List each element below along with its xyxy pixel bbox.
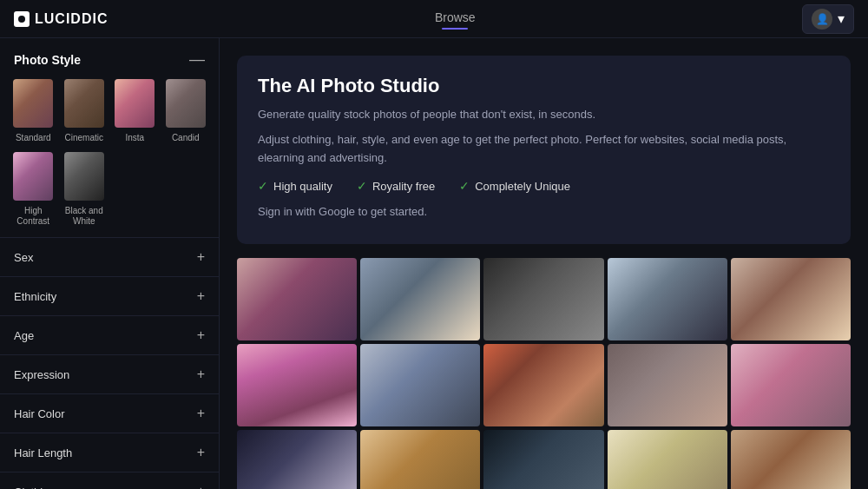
sidebar: Photo Style — Standard Cinematic <box>0 38 220 489</box>
style-item-cinematic[interactable]: Cinematic <box>62 77 108 143</box>
check-icon-3: ✓ <box>459 179 470 193</box>
expand-ethnicity-icon: + <box>197 288 205 304</box>
photo-styles-grid-row1: Standard Cinematic Insta Candid <box>0 77 219 150</box>
photo-cell-13 <box>483 430 603 489</box>
header: LUCIDDIC Browse 👤 ▾ <box>0 0 868 38</box>
expand-hair-color-icon: + <box>197 406 205 421</box>
style-item-high-contrast[interactable]: High Contrast <box>10 150 56 227</box>
info-card: The AI Photo Studio Generate quality sto… <box>237 56 851 244</box>
feature-label-3: Completely Unique <box>475 180 570 193</box>
signin-text: Sign in with Google to get started. <box>258 203 830 221</box>
chevron-down-icon: ▾ <box>838 10 845 27</box>
style-item-candid[interactable]: Candid <box>163 77 209 143</box>
style-item-standard[interactable]: Standard <box>10 77 56 143</box>
style-item-insta[interactable]: Insta <box>112 77 158 143</box>
main-content: The AI Photo Studio Generate quality sto… <box>220 38 868 489</box>
style-label-insta: Insta <box>125 133 144 143</box>
expand-expression-icon: + <box>197 367 205 382</box>
style-thumb-standard <box>11 77 55 129</box>
desc-1: Generate quality stock photos of people … <box>258 106 830 124</box>
style-thumb-candid <box>164 77 207 129</box>
photo-cell-14 <box>608 430 727 489</box>
photo-style-header: Photo Style — <box>0 38 219 77</box>
style-label-high-contrast: High Contrast <box>10 206 56 227</box>
logo-icon <box>14 11 30 27</box>
body: Photo Style — Standard Cinematic <box>0 38 868 489</box>
photo-cell-9 <box>608 344 727 426</box>
filter-sex-label: Sex <box>14 251 33 264</box>
feature-label-2: Royality free <box>372 180 435 193</box>
photo-cell-5 <box>731 258 851 340</box>
collapse-icon[interactable]: — <box>189 50 205 69</box>
expand-clothing-icon: + <box>197 484 205 489</box>
style-thumb-high-contrast <box>11 150 55 202</box>
filter-ethnicity-label: Ethnicity <box>14 290 56 303</box>
style-label-candid: Candid <box>172 133 200 143</box>
filter-age[interactable]: Age + <box>0 315 219 354</box>
expand-age-icon: + <box>197 327 205 343</box>
filter-sex[interactable]: Sex + <box>0 237 219 276</box>
photo-cell-6 <box>237 344 357 426</box>
logo: LUCIDDIC <box>14 11 108 27</box>
photo-styles-grid-row2: High Contrast Black and White <box>0 150 219 237</box>
photo-cell-7 <box>360 344 480 426</box>
photo-cell-8 <box>483 344 603 426</box>
features-list: ✓ High quality ✓ Royality free ✓ Complet… <box>258 179 830 193</box>
filter-hair-color[interactable]: Hair Color + <box>0 393 219 433</box>
style-item-black-white[interactable]: Black and White <box>62 150 108 227</box>
expand-hair-length-icon: + <box>197 445 205 460</box>
style-thumb-insta <box>113 77 156 129</box>
page-title: The AI Photo Studio <box>258 75 830 97</box>
filter-age-label: Age <box>14 329 34 342</box>
style-thumb-black-white <box>62 150 106 202</box>
filter-hair-color-label: Hair Color <box>14 407 65 420</box>
expand-sex-icon: + <box>197 249 205 265</box>
desc-2: Adjust clothing, hair, style, and even a… <box>258 131 830 168</box>
feature-high-quality: ✓ High quality <box>258 179 332 193</box>
filter-clothing[interactable]: Clothing + <box>0 472 219 489</box>
photo-grid <box>237 258 851 489</box>
logo-text: LUCIDDIC <box>35 11 108 27</box>
filter-clothing-label: Clothing <box>14 486 56 490</box>
style-label-cinematic: Cinematic <box>65 133 103 143</box>
filter-expression-label: Expression <box>14 368 69 381</box>
filter-hair-length-label: Hair Length <box>14 446 72 459</box>
feature-unique: ✓ Completely Unique <box>459 179 570 193</box>
nav-browse[interactable]: Browse <box>435 10 476 28</box>
photo-style-title: Photo Style <box>14 53 81 67</box>
avatar: 👤 <box>812 9 832 30</box>
style-thumb-cinematic <box>62 77 106 129</box>
style-label-standard: Standard <box>16 133 51 143</box>
check-icon-1: ✓ <box>258 179 268 193</box>
user-button[interactable]: 👤 ▾ <box>802 4 854 34</box>
filter-expression[interactable]: Expression + <box>0 354 219 393</box>
feature-label-1: High quality <box>273 180 332 193</box>
photo-cell-11 <box>237 430 357 489</box>
photo-cell-15 <box>731 430 851 489</box>
check-icon-2: ✓ <box>357 179 367 193</box>
filter-hair-length[interactable]: Hair Length + <box>0 433 219 472</box>
photo-cell-4 <box>608 258 727 340</box>
photo-cell-1 <box>237 258 357 340</box>
style-label-black-white: Black and White <box>62 206 108 227</box>
photo-cell-2 <box>360 258 480 340</box>
photo-cell-12 <box>360 430 480 489</box>
feature-royalty-free: ✓ Royality free <box>357 179 435 193</box>
photo-cell-3 <box>483 258 603 340</box>
filter-ethnicity[interactable]: Ethnicity + <box>0 276 219 315</box>
photo-cell-10 <box>731 344 851 426</box>
